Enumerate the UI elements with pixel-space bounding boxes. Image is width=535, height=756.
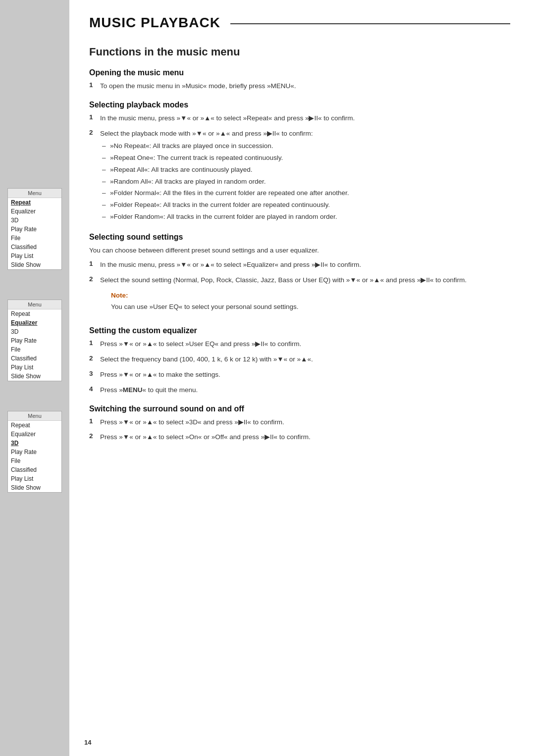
mode-item-5: –»Folder Repeat«: All tracks in the curr… <box>102 200 510 210</box>
note-text: You can use »User EQ« to select your per… <box>111 302 510 312</box>
opening-step1-num: 1 <box>89 81 100 89</box>
menu-item-playlist-3[interactable]: Play List <box>8 474 61 483</box>
menu-item-equalizer-3[interactable]: Equalizer <box>8 430 61 439</box>
mode-text-1: »Repeat One«: The current track is repea… <box>110 153 283 163</box>
functions-section-title: Functions in the music menu <box>89 46 510 58</box>
eq-step2-content: Select the frequency band (100, 400, 1 k… <box>100 354 510 365</box>
opening-step1: 1 To open the music menu in »Music« mode… <box>89 81 510 92</box>
mode-item-0: –»No Repeat«: All tracks are played once… <box>102 141 510 151</box>
menu-item-playrate-2[interactable]: Play Rate <box>8 336 61 345</box>
menu-item-file-1[interactable]: File <box>8 234 61 243</box>
mode-text-4: »Folder Normal«: All the files in the cu… <box>110 188 349 199</box>
menu-item-equalizer-1[interactable]: Equalizer <box>8 207 61 216</box>
page-title: MUSIC PLAYBACK <box>89 15 220 31</box>
menu-box-1: Menu Repeat Equalizer 3D Play Rate File … <box>7 188 62 270</box>
sound-title: Selecting sound settings <box>89 233 510 242</box>
menu-item-playlist-1[interactable]: Play List <box>8 252 61 260</box>
eq-step2-num: 2 <box>89 354 100 362</box>
playback-title: Selecting playback modes <box>89 101 510 109</box>
menu-title-2: Menu <box>8 300 61 309</box>
eq-step4-content: Press »MENU« to quit the menu. <box>100 385 510 396</box>
menu-item-slideshow-1[interactable]: Slide Show <box>8 260 61 269</box>
mode-item-3: –»Random All«: All tracks are played in … <box>102 177 510 187</box>
menu-item-playrate-3[interactable]: Play Rate <box>8 448 61 456</box>
sidebar: Menu Repeat Equalizer 3D Play Rate File … <box>0 0 69 756</box>
playback-step2-num: 2 <box>89 129 100 136</box>
menu-item-equalizer-2[interactable]: Equalizer <box>8 318 61 327</box>
mode-text-3: »Random All«: All tracks are played in r… <box>110 177 266 187</box>
eq-step1-num: 1 <box>89 339 100 347</box>
playback-modes-list: –»No Repeat«: All tracks are played once… <box>102 141 510 222</box>
sound-intro: You can choose between different preset … <box>89 246 510 256</box>
playback-step2-intro: Select the playback mode with »▼« or »▲«… <box>100 130 313 137</box>
eq-step2: 2 Select the frequency band (100, 400, 1… <box>89 354 510 365</box>
page-title-bar: MUSIC PLAYBACK <box>89 15 510 31</box>
surround-step2-content: Press »▼« or »▲« to select »On« or »Off«… <box>100 432 510 443</box>
mode-item-2: –»Repeat All«: All tracks are continuous… <box>102 165 510 175</box>
surround-step1-content: Press »▼« or »▲« to select »3D« and pres… <box>100 417 510 428</box>
sound-step1-content: In the music menu, press »▼« or »▲« to s… <box>100 260 510 270</box>
page-number: 14 <box>84 739 91 746</box>
eq-step3-num: 3 <box>89 370 100 377</box>
mode-item-4: –»Folder Normal«: All the files in the c… <box>102 188 510 199</box>
surround-step1: 1 Press »▼« or »▲« to select »3D« and pr… <box>89 417 510 428</box>
surround-step2: 2 Press »▼« or »▲« to select »On« or »Of… <box>89 432 510 443</box>
sound-step2-num: 2 <box>89 275 100 283</box>
menu-item-classified-2[interactable]: Classified <box>8 354 61 363</box>
surround-title: Switching the surround sound on and off <box>89 404 510 413</box>
custom-eq-title: Setting the custom equalizer <box>89 326 510 335</box>
mode-item-6: –»Folder Random«: All tracks in the curr… <box>102 212 510 222</box>
menu-item-slideshow-2[interactable]: Slide Show <box>8 372 61 381</box>
opening-step1-content: To open the music menu in »Music« mode, … <box>100 81 510 92</box>
note-box: Note: You can use »User EQ« to select yo… <box>111 291 510 312</box>
menu-item-playrate-1[interactable]: Play Rate <box>8 225 61 234</box>
opening-title: Opening the music menu <box>89 68 510 77</box>
menu-item-slideshow-3[interactable]: Slide Show <box>8 483 61 492</box>
menu-title-1: Menu <box>8 189 61 198</box>
menu-item-playlist-2[interactable]: Play List <box>8 363 61 372</box>
eq-step3: 3 Press »▼« or »▲« to make the settings. <box>89 370 510 380</box>
sound-step1-num: 1 <box>89 260 100 267</box>
note-label: Note: <box>111 291 510 301</box>
playback-step2: 2 Select the playback mode with »▼« or »… <box>89 129 510 224</box>
playback-step1-num: 1 <box>89 113 100 121</box>
surround-step2-num: 2 <box>89 432 100 440</box>
sound-step2-text: Select the sound setting (Normal, Pop, R… <box>100 276 467 284</box>
menu-item-3d-2[interactable]: 3D <box>8 327 61 336</box>
menu-item-classified-3[interactable]: Classified <box>8 465 61 474</box>
eq-step4: 4 Press »MENU« to quit the menu. <box>89 385 510 396</box>
playback-step1-content: In the music menu, press »▼« or »▲« to s… <box>100 113 510 124</box>
mode-item-1: –»Repeat One«: The current track is repe… <box>102 153 510 163</box>
menu-item-classified-1[interactable]: Classified <box>8 243 61 252</box>
title-underline <box>230 23 510 24</box>
menu-box-3: Menu Repeat Equalizer 3D Play Rate File … <box>7 411 62 493</box>
menu-item-file-2[interactable]: File <box>8 345 61 354</box>
eq-step1: 1 Press »▼« or »▲« to select »User EQ« a… <box>89 339 510 350</box>
mode-text-2: »Repeat All«: All tracks are continuousl… <box>110 165 252 175</box>
menu-title-3: Menu <box>8 411 61 421</box>
menu-item-3d-1[interactable]: 3D <box>8 216 61 225</box>
mode-text-5: »Folder Repeat«: All tracks in the curre… <box>110 200 330 210</box>
menu-item-file-3[interactable]: File <box>8 456 61 465</box>
menu-item-3d-3[interactable]: 3D <box>8 439 61 448</box>
eq-step4-num: 4 <box>89 385 100 393</box>
surround-step1-num: 1 <box>89 417 100 425</box>
eq-step3-content: Press »▼« or »▲« to make the settings. <box>100 370 510 380</box>
sound-step2: 2 Select the sound setting (Normal, Pop,… <box>89 275 510 317</box>
menu-item-repeat-3[interactable]: Repeat <box>8 421 61 430</box>
menu-item-repeat-1[interactable]: Repeat <box>8 198 61 207</box>
playback-step1: 1 In the music menu, press »▼« or »▲« to… <box>89 113 510 124</box>
sound-step2-content: Select the sound setting (Normal, Pop, R… <box>100 275 510 317</box>
mode-text-6: »Folder Random«: All tracks in the curre… <box>110 212 337 222</box>
main-content: MUSIC PLAYBACK Functions in the music me… <box>69 0 535 756</box>
menu-item-repeat-2[interactable]: Repeat <box>8 309 61 318</box>
mode-text-0: »No Repeat«: All tracks are played once … <box>110 141 273 151</box>
menu-box-2: Menu Repeat Equalizer 3D Play Rate File … <box>7 300 62 381</box>
playback-step2-content: Select the playback mode with »▼« or »▲«… <box>100 129 510 224</box>
eq-step1-content: Press »▼« or »▲« to select »User EQ« and… <box>100 339 510 350</box>
sound-step1: 1 In the music menu, press »▼« or »▲« to… <box>89 260 510 270</box>
